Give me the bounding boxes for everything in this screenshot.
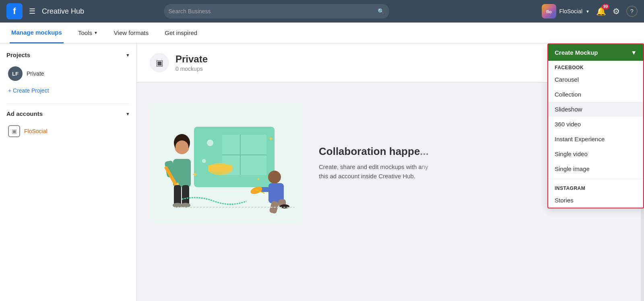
avatar-private: LF [8,66,23,81]
account-name: FloSocial [559,8,583,14]
svg-point-17 [175,140,188,153]
collab-illustration: ✦ ✦ ✦ [150,103,303,223]
ad-accounts-label: Ad accounts [6,110,43,117]
private-title: Private [175,54,208,65]
account-dropdown-arrow: ▼ [586,9,590,14]
dropdown-divider [548,179,643,179]
facebook-logo: f [6,3,23,19]
svg-rect-9 [208,165,232,171]
dropdown-item-carousel[interactable]: Carousel [548,72,643,87]
dropdown-item-360video[interactable]: 360 video [548,117,643,132]
search-icon: 🔍 [378,8,384,14]
sidebar: Projects ▼ LF Private + Create Project A… [0,43,137,301]
svg-point-10 [207,140,213,146]
dropdown-item-stories[interactable]: Stories [548,193,643,208]
main-layout: Projects ▼ LF Private + Create Project A… [0,43,644,301]
dropdown-item-single-image[interactable]: Single image [548,161,643,176]
create-mockup-caret: ▼ [631,49,637,56]
svg-point-34 [280,204,289,208]
flosocial-name: FloSocial [24,128,47,134]
private-header: ▣ Private 0 mockups Create Mockup ▼ FACE… [137,43,644,82]
dropdown-item-instant-experience[interactable]: Instant Experience [548,132,643,146]
create-mockup-dropdown: Create Mockup ▼ FACEBOOK Carousel Collec… [547,43,644,208]
svg-rect-22 [174,185,181,205]
private-label: Private [27,70,44,77]
tab-tools[interactable]: Tools ▼ [76,23,99,43]
create-mockup-button[interactable]: Create Mockup ▼ [548,44,643,61]
sidebar-item-private[interactable]: LF Private [6,63,130,84]
top-nav: f ☰ Creative Hub 🔍 flo FloSocial ▼ 🔔 99 … [0,0,644,23]
dropdown-item-single-video[interactable]: Single video [548,146,643,161]
nav-right: flo FloSocial ▼ 🔔 99 ⚙ ? [542,4,638,19]
svg-text:✦: ✦ [268,136,273,142]
collab-title: Collaboration happe... [319,145,429,158]
mockups-count: 0 mockups [175,66,208,72]
content-area: ▣ Private 0 mockups Create Mockup ▼ FACE… [137,43,644,301]
projects-section: Projects ▼ [6,52,130,58]
dropdown-item-collection[interactable]: Collection [548,87,643,102]
dropdown-item-slideshow[interactable]: Slideshow [548,102,643,117]
tab-view-formats[interactable]: View formats [112,23,150,43]
facebook-section-label: FACEBOOK [548,61,643,72]
svg-rect-23 [182,185,189,205]
search-bar: 🔍 [164,4,389,19]
account-logo: flo [542,4,556,19]
projects-label: Projects [6,52,30,58]
sidebar-item-flosocial[interactable]: ▣ FloSocial [6,122,130,140]
projects-caret[interactable]: ▼ [126,53,130,58]
svg-point-11 [202,159,206,163]
search-input[interactable] [169,8,374,14]
app-title: Creative Hub [42,7,84,16]
collab-body: Create, share and edit mockups with anyt… [319,163,429,181]
private-info: Private 0 mockups [175,54,208,72]
tab-manage-mockups[interactable]: Manage mockups [10,23,64,43]
account-badge[interactable]: flo FloSocial ▼ [542,4,590,19]
sidebar-divider [6,103,130,104]
notification-badge: 99 [602,4,609,9]
tab-get-inspired[interactable]: Get inspired [163,23,199,43]
svg-point-27 [269,171,280,183]
svg-text:flo: flo [546,9,552,14]
notifications-button[interactable]: 🔔 99 [596,6,606,16]
private-icon: ▣ [150,53,169,72]
instagram-section-label: INSTAGRAM [548,181,643,193]
help-button[interactable]: ? [626,6,638,17]
svg-text:✦: ✦ [192,171,198,179]
sub-nav: Manage mockups Tools ▼ View formats Get … [0,23,644,43]
svg-text:✦: ✦ [256,177,260,182]
ad-accounts-section: Ad accounts ▼ [6,110,130,117]
ad-account-icon: ▣ [8,125,20,137]
hamburger-menu[interactable]: ☰ [29,7,35,16]
create-project-link[interactable]: + Create Project [6,84,130,97]
collab-text: Collaboration happe... Create, share and… [319,145,429,181]
ad-accounts-caret[interactable]: ▼ [126,111,130,116]
tools-dropdown-arrow: ▼ [94,31,98,35]
settings-button[interactable]: ⚙ [613,6,620,16]
